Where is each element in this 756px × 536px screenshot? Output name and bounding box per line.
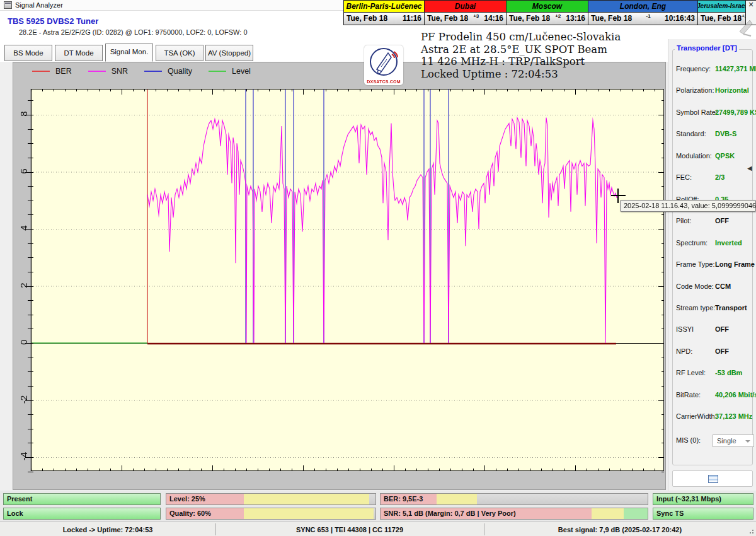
tab-signal-mon-[interactable]: Signal Mon. <box>105 44 153 62</box>
transponder-value: Long Frame <box>715 260 755 268</box>
transponder-label: Stream type: <box>676 304 715 312</box>
signal-status-zone: PresentLevel: 25%BER: 9,5E-3Input (~32,3… <box>0 491 756 521</box>
transponder-row: Frequency:11427,371 MHz <box>676 65 753 75</box>
transponder-value: 27499,789 KS/s <box>715 108 756 116</box>
bar-label: Quality: 60% <box>169 508 211 519</box>
clock-utc-offset: +3 <box>468 13 484 19</box>
y-tick-label: 0 <box>18 333 29 352</box>
transponder-value: Horizontal <box>715 86 749 94</box>
annotation-line-frequency: 11 426 MHz-H : TRP/TalkSport <box>421 55 621 68</box>
scroll-left-arrow[interactable]: ◀ <box>747 165 752 172</box>
statusbar-section-0: Locked -> Uptime: 72:04:53 <box>0 522 215 536</box>
transponder-row: Spectrum:Inverted <box>676 239 753 249</box>
clock-city: Berlin-Paris-Lučenec <box>344 1 424 13</box>
legend-item-quality: Quality <box>144 67 192 76</box>
clock-city: Dubai <box>425 1 506 13</box>
statusbar-section-1: SYNC 653 | TEI 44308 | CC 11729 <box>215 522 484 536</box>
y-tick-label: -2 <box>18 390 29 409</box>
bar-mid-row1: BER: 9,5E-3 <box>380 493 648 505</box>
clock-date: Tue, Feb 18 <box>701 14 742 23</box>
legend-label: SNR <box>112 67 128 76</box>
transponder-label: BitRate: <box>676 391 701 399</box>
clock-city: London, Eng <box>588 1 697 13</box>
transponder-row: Symbol Rate:27499,789 KS/s <box>676 108 753 119</box>
transponder-value: 40,206 Mbit/s <box>715 391 756 399</box>
satellite-dish-icon <box>737 18 755 37</box>
bar-left-row1: Level: 25% <box>166 493 376 505</box>
tuner-info: 28.2E - Astra 2E/2F/2G (ID: 0282) @ LOF1… <box>19 28 248 36</box>
transponder-panel: Transponder [DT] Frequency:11427,371 MHz… <box>668 39 756 491</box>
clock-time-value: 14:16 <box>484 14 503 23</box>
transponder-value: DVB-S <box>715 130 736 137</box>
clock-3: London, EngTue, Feb 18-110:16:43 <box>588 1 698 25</box>
transponder-value: 2/3 <box>715 173 724 181</box>
clock-0: Berlin-Paris-LučenecTue, Feb 1811:16 <box>344 1 425 25</box>
panel-action-button[interactable] <box>672 470 753 487</box>
status-badge-present: Present <box>3 493 161 505</box>
legend-label: Level <box>232 67 251 76</box>
legend-swatch <box>144 71 162 72</box>
bar-left-row2: Quality: 60% <box>166 508 376 520</box>
legend-item-level: Level <box>209 67 251 76</box>
transponder-row: RF Level:-53 dBm <box>676 369 753 379</box>
transponder-row: FEC:2/3 <box>676 173 753 184</box>
signal-chart[interactable] <box>18 85 667 474</box>
status-badge-lock: Lock <box>3 508 161 520</box>
annotation-line-antenna: PF Prodelin 450 cm/Lučenec-Slovakia <box>421 31 621 44</box>
clock-time-value: 13:16 <box>566 14 585 23</box>
transponder-row: Code Mode:CCM <box>676 283 753 293</box>
transponder-label: FEC: <box>676 173 692 181</box>
tab-bs-mode[interactable]: BS Mode <box>4 45 52 61</box>
transponder-value: Inverted <box>715 239 742 247</box>
transponder-row: BitRate:40,206 Mbit/s <box>676 391 753 401</box>
transponder-value: OFF <box>715 347 729 355</box>
list-icon <box>708 475 718 483</box>
transponder-label: CarrierWidth: <box>676 412 717 420</box>
legend-swatch <box>88 71 106 72</box>
bar-segment <box>244 494 369 504</box>
transponder-row: Modulation:QPSK <box>676 152 753 162</box>
legend-swatch <box>209 71 226 72</box>
transponder-label: NPD: <box>676 347 692 355</box>
window-title: Signal Analyzer <box>15 1 63 9</box>
clock-datetime: Tue, Feb 1811:16 <box>344 13 424 25</box>
clock-utc-offset: -1 <box>632 13 665 19</box>
bar-label: Level: 25% <box>169 494 205 504</box>
legend-label: BER <box>55 67 72 76</box>
transponder-label: Frame Type: <box>676 260 715 268</box>
bar-label: BER: 9,5E-3 <box>384 494 423 504</box>
transponder-value: 37,123 MHz <box>715 412 752 420</box>
transponder-value: -53 dBm <box>715 369 742 376</box>
clock-date: Tue, Feb 18 <box>509 14 550 23</box>
annotation-line-uptime: Locked Uptime : 72:04:53 <box>421 68 621 81</box>
chart-panel: BERSNRQualityLevel 86420-2-4 <box>13 62 666 490</box>
signal-analyzer-window: Signal Analyzer TBS 5925 DVBS2 Tuner 28.… <box>0 0 756 536</box>
bar-label: SNR: 5,1 dB (Margin: 0,7 dB | Very Poor) <box>384 508 516 519</box>
tab-tsa-ok-[interactable]: TSA (OK) <box>156 45 203 61</box>
annotation-block: PF Prodelin 450 cm/Lučenec-Slovakia Astr… <box>421 31 621 80</box>
transponder-value: OFF <box>715 325 729 333</box>
annotation-line-satellite: Astra 2E at 28.5°E_UK SPOT Beam <box>421 44 621 56</box>
y-tick-label: -4 <box>18 447 29 466</box>
y-tick-label: 4 <box>18 219 29 238</box>
mis-dropdown[interactable]: Single <box>713 434 754 447</box>
transponder-row: Standard:DVB-S <box>676 130 753 140</box>
tab-av-stopped-[interactable]: AV (Stopped) <box>205 45 253 61</box>
tab-dt-mode[interactable]: DT Mode <box>55 45 103 61</box>
clock-date: Tue, Feb 18 <box>427 14 468 23</box>
transponder-value: 11427,371 MHz <box>715 65 756 73</box>
clock-date: Tue, Feb 18 <box>346 14 387 23</box>
transponder-label: Spectrum: <box>676 239 707 247</box>
y-tick-label: 2 <box>18 276 29 294</box>
transponder-label: Code Mode: <box>676 283 714 290</box>
clock-utc-offset: +2 <box>550 13 566 19</box>
bar-mid-row2: SNR: 5,1 dB (Margin: 0,7 dB | Very Poor) <box>380 508 648 520</box>
transponder-value: CCM <box>715 283 731 290</box>
clock-2: MoscowTue, Feb 18+213:16 <box>507 1 588 25</box>
transponder-value: Transport <box>715 304 747 312</box>
transponder-label: Frequency: <box>676 65 711 73</box>
clock-city: Jerusalem-Israel <box>698 1 745 13</box>
transponder-label: Modulation: <box>676 152 712 160</box>
transponder-row-mis: MIS (0):Single <box>676 436 753 446</box>
clock-datetime: Tue, Feb 18-110:16:43 <box>588 13 697 25</box>
